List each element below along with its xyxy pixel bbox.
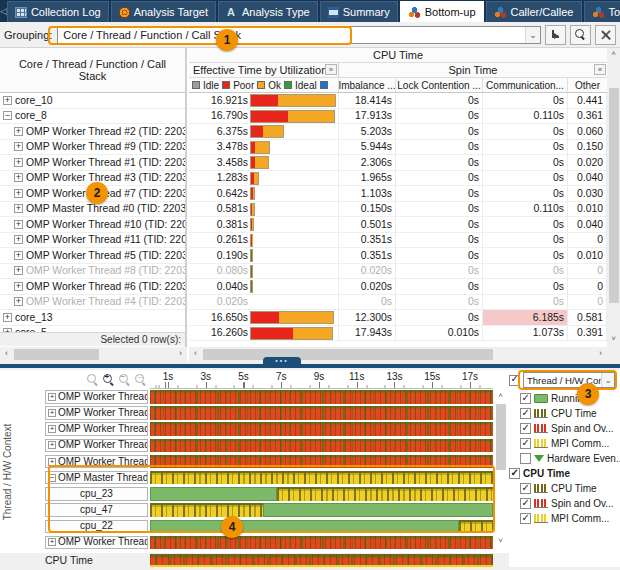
- communication-cell[interactable]: 0s: [483, 217, 568, 232]
- communication-cell[interactable]: 0s: [483, 155, 568, 170]
- column-header-lock-contention[interactable]: Lock Contention ...: [396, 78, 483, 92]
- tree-row[interactable]: −core_8: [0, 109, 185, 125]
- tab-collection-log[interactable]: Collection Log: [7, 1, 109, 22]
- imbalance-cell[interactable]: 12.300s: [339, 310, 396, 325]
- expand-icon[interactable]: +: [48, 393, 56, 401]
- other-cell[interactable]: 0.020: [568, 155, 607, 170]
- legend-item-checkbox[interactable]: [520, 453, 531, 464]
- other-cell[interactable]: 0: [568, 233, 607, 248]
- tree-row[interactable]: +OMP Worker Thread #8 (TID: 220382): [0, 264, 185, 280]
- other-cell[interactable]: 0.010: [568, 248, 607, 263]
- expand-icon[interactable]: +: [48, 538, 56, 546]
- other-cell[interactable]: 0.361: [568, 109, 607, 124]
- scroll-right-icon[interactable]: ›: [594, 347, 607, 361]
- timeline-row-chart[interactable]: [150, 390, 493, 404]
- effective-time-cell[interactable]: 0.080s: [189, 264, 339, 279]
- imbalance-cell[interactable]: 18.414s: [339, 93, 396, 108]
- data-row[interactable]: 0.261s0.351s0s0s0: [189, 233, 607, 249]
- collapse-icon[interactable]: −: [3, 111, 12, 120]
- tree-row[interactable]: +OMP Worker Thread #4 (TID: 220375): [0, 295, 185, 311]
- lock-contention-cell[interactable]: 0s: [396, 295, 483, 310]
- lock-contention-cell[interactable]: 0s: [396, 109, 483, 124]
- data-row[interactable]: 3.478s5.944s0s0s0.150: [189, 140, 607, 156]
- communication-cell[interactable]: 1.073s: [483, 326, 568, 341]
- data-row[interactable]: 16.650s12.300s0s6.185s0.581: [189, 310, 607, 326]
- effective-time-cell[interactable]: 6.375s: [189, 124, 339, 139]
- lock-contention-cell[interactable]: 0s: [396, 140, 483, 155]
- communication-cell[interactable]: 0s: [483, 279, 568, 294]
- grid-vertical-scrollbar[interactable]: ˄ ˅: [607, 48, 620, 361]
- data-row[interactable]: 0.080s0.020s0s0s0: [189, 264, 607, 280]
- chevron-down-icon[interactable]: ⌄: [601, 373, 614, 387]
- data-row[interactable]: 3.458s2.306s0s0s0.020: [189, 155, 607, 171]
- imbalance-cell[interactable]: 2.306s: [339, 155, 396, 170]
- scroll-up-icon[interactable]: ˄: [494, 390, 507, 403]
- time-ruler[interactable]: 1s3s5s7s9s11s13s15s17s: [150, 370, 493, 389]
- expand-icon[interactable]: +: [14, 235, 23, 244]
- legend-item-checkbox[interactable]: [520, 423, 531, 434]
- other-cell[interactable]: 0.060: [568, 124, 607, 139]
- communication-cell[interactable]: 0.110s: [483, 202, 568, 217]
- imbalance-cell[interactable]: 5.944s: [339, 140, 396, 155]
- tree-row[interactable]: +OMP Worker Thread #2 (TID: 220371): [0, 124, 185, 140]
- cpu-time-header[interactable]: CPU Time: [189, 48, 607, 63]
- communication-cell[interactable]: 0s: [483, 264, 568, 279]
- scrollbar-thumb[interactable]: [14, 349, 99, 360]
- imbalance-cell[interactable]: 0.020s: [339, 264, 396, 279]
- imbalance-cell[interactable]: 5.203s: [339, 124, 396, 139]
- effective-time-cell[interactable]: 1.283s: [189, 171, 339, 186]
- splitter-bar[interactable]: [0, 364, 620, 368]
- effective-time-cell[interactable]: 0.381s: [189, 217, 339, 232]
- data-row[interactable]: 1.283s1.965s0s0s0.040: [189, 171, 607, 187]
- expand-icon[interactable]: +: [48, 458, 56, 466]
- data-row[interactable]: 6.375s5.203s0s0s0.060: [189, 124, 607, 140]
- other-cell[interactable]: 0: [568, 264, 607, 279]
- timeline-vertical-scrollbar[interactable]: ˄ ˅: [494, 390, 507, 548]
- timeline-row-label[interactable]: cpu_23: [45, 487, 148, 501]
- timeline-row-label[interactable]: +OMP Worker Thread #3 (...: [45, 439, 148, 453]
- tree-row[interactable]: +OMP Worker Thread #7 (TID: 220381): [0, 186, 185, 202]
- communication-cell[interactable]: 0s: [483, 171, 568, 186]
- data-row[interactable]: 0.190s0.351s0s0s0.010: [189, 248, 607, 264]
- tab-caller-callee[interactable]: Caller/Callee: [486, 1, 582, 22]
- lock-contention-cell[interactable]: 0s: [396, 124, 483, 139]
- other-cell[interactable]: 0.391: [568, 326, 607, 341]
- tab-analysis-type[interactable]: Analysis Type: [218, 1, 318, 22]
- data-horizontal-scrollbar[interactable]: ‹ ›: [189, 347, 607, 361]
- other-cell[interactable]: 0: [568, 295, 607, 310]
- data-row[interactable]: 0.642s1.103s0s0s0.030: [189, 186, 607, 202]
- imbalance-cell[interactable]: 1.965s: [339, 171, 396, 186]
- search-button[interactable]: [570, 25, 591, 45]
- effective-time-cell[interactable]: 0.581s: [189, 202, 339, 217]
- expand-icon[interactable]: +: [14, 142, 23, 151]
- expand-icon[interactable]: +: [14, 266, 23, 275]
- timeline-row-chart[interactable]: [150, 455, 493, 469]
- splitter-handle[interactable]: •••: [263, 357, 301, 365]
- tree-row[interactable]: +OMP Worker Thread #1 (TID: 220369): [0, 155, 185, 171]
- communication-cell[interactable]: 6.185s: [483, 310, 568, 325]
- expand-icon[interactable]: +: [14, 204, 23, 213]
- communication-cell[interactable]: 0s: [483, 140, 568, 155]
- communication-cell[interactable]: 0s: [483, 93, 568, 108]
- timeline-row-label[interactable]: +OMP Worker Thread #2 (...: [45, 390, 148, 404]
- timeline-row-chart[interactable]: [150, 422, 493, 436]
- data-row[interactable]: 0.040s0.020s0s0s0: [189, 279, 607, 295]
- effective-time-cell[interactable]: 16.650s: [189, 310, 339, 325]
- legend-item-checkbox[interactable]: [520, 408, 531, 419]
- communication-cell[interactable]: 0.110s: [483, 109, 568, 124]
- effective-time-cell[interactable]: 16.790s: [189, 109, 339, 124]
- imbalance-cell[interactable]: 0.020s: [339, 279, 396, 294]
- lock-contention-cell[interactable]: 0s: [396, 202, 483, 217]
- imbalance-cell[interactable]: 0.150s: [339, 202, 396, 217]
- lock-contention-cell[interactable]: 0s: [396, 93, 483, 108]
- timeline-row-chart[interactable]: [150, 536, 493, 550]
- lock-contention-cell[interactable]: 0s: [396, 248, 483, 263]
- other-cell[interactable]: 0.030: [568, 186, 607, 201]
- expand-icon[interactable]: +: [14, 251, 23, 260]
- communication-cell[interactable]: 0s: [483, 124, 568, 139]
- tree-row[interactable]: +core_13: [0, 310, 185, 326]
- other-cell[interactable]: 0.441: [568, 93, 607, 108]
- zoom-fit-icon[interactable]: ↔: [134, 373, 147, 386]
- lock-contention-cell[interactable]: 0s: [396, 186, 483, 201]
- data-row[interactable]: 0.020s0s0s0s0: [189, 295, 607, 311]
